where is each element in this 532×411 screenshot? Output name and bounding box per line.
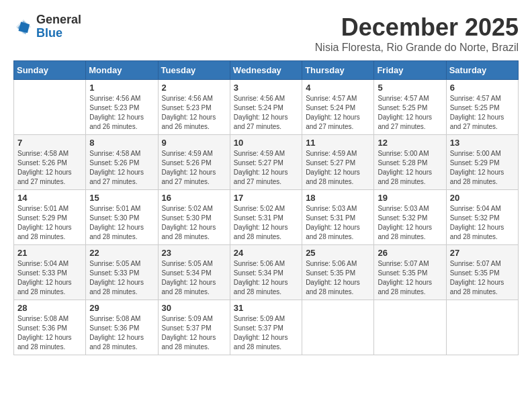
day-number: 26: [378, 248, 442, 258]
day-number: 15: [89, 193, 154, 203]
day-info: Sunrise: 5:03 AM Sunset: 5:31 PM Dayligh…: [306, 204, 370, 242]
day-number: 3: [234, 83, 298, 93]
day-info: Sunrise: 4:59 AM Sunset: 5:27 PM Dayligh…: [234, 149, 298, 187]
calendar-cell: 4Sunrise: 4:57 AM Sunset: 5:24 PM Daylig…: [302, 80, 374, 135]
calendar-cell: 19Sunrise: 5:03 AM Sunset: 5:32 PM Dayli…: [374, 190, 446, 245]
day-info: Sunrise: 4:56 AM Sunset: 5:24 PM Dayligh…: [234, 94, 298, 132]
page-header: General Blue December 2025 Nisia Florest…: [13, 13, 519, 54]
day-number: 28: [17, 303, 82, 313]
day-info: Sunrise: 5:01 AM Sunset: 5:29 PM Dayligh…: [17, 204, 82, 242]
calendar-week-row: 14Sunrise: 5:01 AM Sunset: 5:29 PM Dayli…: [14, 190, 519, 245]
calendar-week-row: 28Sunrise: 5:08 AM Sunset: 5:36 PM Dayli…: [14, 300, 519, 355]
calendar-cell: 7Sunrise: 4:58 AM Sunset: 5:26 PM Daylig…: [14, 135, 86, 190]
day-number: 2: [162, 83, 226, 93]
day-number: 7: [17, 138, 82, 148]
day-info: Sunrise: 5:04 AM Sunset: 5:33 PM Dayligh…: [17, 259, 82, 297]
calendar-cell: 8Sunrise: 4:58 AM Sunset: 5:26 PM Daylig…: [86, 135, 158, 190]
day-info: Sunrise: 5:04 AM Sunset: 5:32 PM Dayligh…: [450, 204, 515, 242]
calendar-day-header: Thursday: [302, 61, 374, 80]
calendar-week-row: 7Sunrise: 4:58 AM Sunset: 5:26 PM Daylig…: [14, 135, 519, 190]
calendar-day-header: Friday: [374, 61, 446, 80]
day-info: Sunrise: 5:07 AM Sunset: 5:35 PM Dayligh…: [378, 259, 442, 297]
day-number: 20: [450, 193, 515, 203]
day-info: Sunrise: 5:07 AM Sunset: 5:35 PM Dayligh…: [450, 259, 515, 297]
calendar-week-row: 1Sunrise: 4:56 AM Sunset: 5:23 PM Daylig…: [14, 80, 519, 135]
calendar-cell: 1Sunrise: 4:56 AM Sunset: 5:23 PM Daylig…: [86, 80, 158, 135]
day-number: 16: [162, 193, 226, 203]
day-number: 19: [378, 193, 442, 203]
calendar-cell: 22Sunrise: 5:05 AM Sunset: 5:33 PM Dayli…: [86, 245, 158, 300]
calendar-cell: [446, 300, 518, 355]
calendar-day-header: Wednesday: [230, 61, 302, 80]
day-info: Sunrise: 4:58 AM Sunset: 5:26 PM Dayligh…: [89, 149, 154, 187]
calendar-day-header: Tuesday: [158, 61, 230, 80]
calendar-cell: 11Sunrise: 4:59 AM Sunset: 5:27 PM Dayli…: [302, 135, 374, 190]
calendar-cell: [374, 300, 446, 355]
day-number: 21: [17, 248, 82, 258]
day-number: 24: [234, 248, 298, 258]
day-info: Sunrise: 5:02 AM Sunset: 5:30 PM Dayligh…: [162, 204, 226, 242]
day-info: Sunrise: 4:57 AM Sunset: 5:25 PM Dayligh…: [450, 94, 515, 132]
day-number: 13: [450, 138, 515, 148]
calendar-cell: 28Sunrise: 5:08 AM Sunset: 5:36 PM Dayli…: [14, 300, 86, 355]
calendar-cell: 25Sunrise: 5:06 AM Sunset: 5:35 PM Dayli…: [302, 245, 374, 300]
day-number: 27: [450, 248, 515, 258]
day-number: 8: [89, 138, 154, 148]
day-number: 11: [306, 138, 370, 148]
calendar-cell: 29Sunrise: 5:08 AM Sunset: 5:36 PM Dayli…: [86, 300, 158, 355]
day-info: Sunrise: 5:02 AM Sunset: 5:31 PM Dayligh…: [234, 204, 298, 242]
day-info: Sunrise: 4:57 AM Sunset: 5:25 PM Dayligh…: [378, 94, 442, 132]
calendar-cell: 26Sunrise: 5:07 AM Sunset: 5:35 PM Dayli…: [374, 245, 446, 300]
calendar-day-header: Monday: [86, 61, 158, 80]
day-info: Sunrise: 4:57 AM Sunset: 5:24 PM Dayligh…: [306, 94, 370, 132]
title-section: December 2025 Nisia Floresta, Rio Grande…: [315, 13, 519, 54]
day-number: 17: [234, 193, 298, 203]
logo-blue: Blue: [36, 26, 62, 40]
calendar-cell: 21Sunrise: 5:04 AM Sunset: 5:33 PM Dayli…: [14, 245, 86, 300]
day-number: 23: [162, 248, 226, 258]
logo: General Blue: [13, 13, 81, 40]
calendar-cell: 3Sunrise: 4:56 AM Sunset: 5:24 PM Daylig…: [230, 80, 302, 135]
calendar-cell: 18Sunrise: 5:03 AM Sunset: 5:31 PM Dayli…: [302, 190, 374, 245]
day-info: Sunrise: 5:03 AM Sunset: 5:32 PM Dayligh…: [378, 204, 442, 242]
calendar-day-header: Saturday: [446, 61, 518, 80]
calendar-cell: 30Sunrise: 5:09 AM Sunset: 5:37 PM Dayli…: [158, 300, 230, 355]
calendar-cell: 31Sunrise: 5:09 AM Sunset: 5:37 PM Dayli…: [230, 300, 302, 355]
day-number: 4: [306, 83, 370, 93]
day-info: Sunrise: 4:59 AM Sunset: 5:27 PM Dayligh…: [306, 149, 370, 187]
day-info: Sunrise: 5:08 AM Sunset: 5:36 PM Dayligh…: [17, 314, 82, 352]
calendar-table: SundayMondayTuesdayWednesdayThursdayFrid…: [13, 60, 519, 355]
day-info: Sunrise: 5:06 AM Sunset: 5:34 PM Dayligh…: [234, 259, 298, 297]
day-info: Sunrise: 5:00 AM Sunset: 5:29 PM Dayligh…: [450, 149, 515, 187]
calendar-cell: 2Sunrise: 4:56 AM Sunset: 5:23 PM Daylig…: [158, 80, 230, 135]
day-number: 1: [89, 83, 154, 93]
logo-text: General Blue: [36, 13, 81, 40]
day-number: 31: [234, 303, 298, 313]
day-info: Sunrise: 5:09 AM Sunset: 5:37 PM Dayligh…: [162, 314, 226, 352]
calendar-cell: 15Sunrise: 5:01 AM Sunset: 5:30 PM Dayli…: [86, 190, 158, 245]
day-number: 30: [162, 303, 226, 313]
day-number: 18: [306, 193, 370, 203]
day-info: Sunrise: 5:08 AM Sunset: 5:36 PM Dayligh…: [89, 314, 154, 352]
day-info: Sunrise: 5:01 AM Sunset: 5:30 PM Dayligh…: [89, 204, 154, 242]
day-number: 25: [306, 248, 370, 258]
day-number: 6: [450, 83, 515, 93]
calendar-week-row: 21Sunrise: 5:04 AM Sunset: 5:33 PM Dayli…: [14, 245, 519, 300]
day-number: 29: [89, 303, 154, 313]
calendar-header-row: SundayMondayTuesdayWednesdayThursdayFrid…: [14, 61, 519, 80]
calendar-cell: 10Sunrise: 4:59 AM Sunset: 5:27 PM Dayli…: [230, 135, 302, 190]
calendar-cell: 20Sunrise: 5:04 AM Sunset: 5:32 PM Dayli…: [446, 190, 518, 245]
calendar-cell: 27Sunrise: 5:07 AM Sunset: 5:35 PM Dayli…: [446, 245, 518, 300]
logo-icon: [13, 17, 34, 37]
calendar-cell: 9Sunrise: 4:59 AM Sunset: 5:26 PM Daylig…: [158, 135, 230, 190]
day-info: Sunrise: 4:58 AM Sunset: 5:26 PM Dayligh…: [17, 149, 82, 187]
day-number: 22: [89, 248, 154, 258]
calendar-cell: 5Sunrise: 4:57 AM Sunset: 5:25 PM Daylig…: [374, 80, 446, 135]
day-number: 5: [378, 83, 442, 93]
month-year-title: December 2025: [315, 13, 519, 42]
day-info: Sunrise: 4:56 AM Sunset: 5:23 PM Dayligh…: [162, 94, 226, 132]
day-number: 14: [17, 193, 82, 203]
day-number: 10: [234, 138, 298, 148]
calendar-cell: 16Sunrise: 5:02 AM Sunset: 5:30 PM Dayli…: [158, 190, 230, 245]
day-info: Sunrise: 5:05 AM Sunset: 5:34 PM Dayligh…: [162, 259, 226, 297]
